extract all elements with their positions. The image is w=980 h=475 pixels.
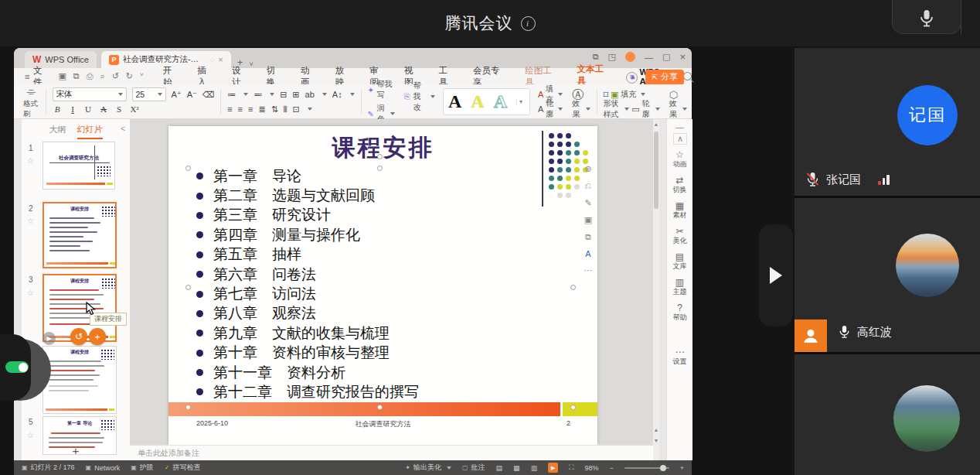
status-item[interactable]: ✓拼写检查 [165,463,201,473]
font-style-button[interactable]: X² [130,104,140,114]
align-center-icon[interactable]: ≡ [238,104,243,114]
tab-slides[interactable]: 幻灯片 [77,124,103,139]
star-icon[interactable]: ☆ [27,156,34,165]
font-size-select[interactable]: 25 [132,87,166,101]
attach-icon[interactable]: ⎌ [585,181,592,191]
canvas-scrollbar[interactable]: ▲ ▲ ▼ [653,119,659,460]
panel-collapse-icon[interactable]: < [121,125,125,133]
line-spacing-icon[interactable]: ⇅ [271,104,278,114]
rail-item-主题[interactable]: ▥主题 [667,278,692,296]
align-justify-icon[interactable]: ≣ [258,104,265,114]
slide-title[interactable]: 课程安排 [168,132,597,164]
font-name-select[interactable]: 宋体 [53,87,127,101]
star-icon[interactable]: ☆ [27,431,34,439]
participant-tile-1[interactable]: 记国 张记国 [795,48,980,196]
participant-tile-3[interactable] [795,354,980,475]
selection-handle[interactable] [185,166,191,171]
tab-outline[interactable]: 大纲 [49,124,66,139]
notes-bar[interactable]: 单击此处添加备注 [130,445,653,460]
widget-toggle[interactable] [5,361,29,373]
shape-outline-label[interactable]: 轮廓 [642,98,651,120]
status-beautify-button[interactable]: ✦ 输出美化 [405,463,451,473]
shape-effect-button[interactable]: 效果 [669,102,687,116]
zoom-slider-knob[interactable] [660,465,666,471]
scrollbar-thumb[interactable] [654,132,658,209]
smart-refresh-button[interactable]: ↺ [70,328,87,345]
font-style-button[interactable]: B [53,104,63,114]
view-read-icon[interactable]: ▥ [531,464,538,472]
undo-icon[interactable]: ↺ [112,71,119,81]
rail-item-动画[interactable]: ☆动画 [667,150,692,168]
rail-item-美化[interactable]: ✂美化 [667,227,692,244]
align-right-icon[interactable]: ≡ [248,104,253,114]
columns-icon[interactable]: ⫴ [284,104,288,114]
clear-format-icon[interactable]: ⌫ [202,90,215,100]
slide-thumb-2-selected[interactable]: 课程安排 [43,202,117,268]
copy-object-icon[interactable]: ⧉ [585,232,591,242]
panel-collapse-button[interactable] [759,224,793,326]
gallery-dropdown[interactable]: ▾ [516,98,525,105]
more-options-icon[interactable]: ⋯ [584,265,593,275]
status-comment-button[interactable]: ▢ 批注 [462,463,485,473]
selection-handle[interactable] [570,285,576,290]
increase-font-icon[interactable]: A⁺ [172,90,182,100]
scroll-up-icon[interactable]: ▲ [653,121,659,127]
rail-item-切换[interactable]: ⇄切换 [667,176,692,193]
text-direction-icon[interactable]: A↕ [332,90,342,99]
window-pin-icon[interactable]: ◳ [608,52,616,62]
prev-slide-icon[interactable]: ▲ [653,427,659,432]
selection-handle[interactable] [377,166,383,171]
shape-style-button[interactable]: 形状样式 ▭ 轮廓 [603,102,659,116]
window-layout-icon[interactable]: ⧉ [593,52,599,62]
ai-edit-button[interactable]: ⎘ 帮我改 [404,80,435,113]
text-outline-button[interactable]: A 轮廓 [538,102,563,116]
info-icon[interactable]: i [521,16,536,31]
zoom-in-button[interactable]: + [680,464,684,472]
star-icon[interactable]: ☆ [27,289,34,297]
cloud-sync-icon[interactable]: ↻ [626,72,638,84]
align-left-icon[interactable]: ≡ [227,104,232,114]
format-painter-button[interactable]: ⌯ 格式刷 [19,87,44,117]
font-style-button[interactable]: U [83,104,94,114]
search-icon[interactable] [683,72,692,80]
save-icon[interactable]: ▣ [58,71,66,81]
print-icon[interactable]: ⎙ [87,71,94,81]
meeting-mic-button[interactable] [892,0,961,34]
ai-write-button[interactable]: ✦ 帮我写 [367,79,394,101]
selection-handle[interactable] [185,285,191,290]
view-normal-icon[interactable]: ▤ [496,464,503,472]
rail-scroll-up-icon[interactable]: ∧ [673,133,687,145]
selection-handle[interactable] [570,405,576,410]
bullet-list-icon[interactable]: ≔ [227,90,236,100]
slide-thumb-4[interactable]: 课程安排 [43,346,117,414]
decrease-font-icon[interactable]: A⁻ [187,90,197,100]
export-icon[interactable]: ⧉ [73,71,80,81]
font-style-button[interactable]: I [68,104,78,114]
numbered-list-icon[interactable]: ≕ [254,90,262,100]
layout-icon[interactable]: ▣ [584,215,592,225]
slide-thumb-1[interactable]: 社会调查研究方法 [43,142,115,190]
rotate-object-icon[interactable]: ⊜ [584,164,591,174]
preview-play-button[interactable]: ▶ [43,332,56,345]
text-style-yellow[interactable]: A [471,91,484,112]
next-slide-icon[interactable]: ▼ [653,438,659,443]
smart-add-button[interactable]: ＋ [89,328,106,345]
preview-icon[interactable]: ⌕ [100,71,104,81]
window-minimize-button[interactable]: — [645,53,653,62]
account-avatar[interactable] [625,52,635,62]
status-item[interactable]: ▣护眼 [131,463,154,473]
font-style-button[interactable]: S [114,104,124,114]
redo-icon[interactable]: ↻ [126,71,133,81]
decrease-indent-icon[interactable]: ⊟ [280,90,287,100]
status-item[interactable]: ▣Network [86,464,121,472]
add-slide-button[interactable]: + [22,444,130,457]
text-style-gallery[interactable]: A A A ▾ [443,88,530,115]
rail-item-帮助[interactable]: ?帮助 [667,303,692,321]
window-maximize-button[interactable]: ▢ [662,52,670,62]
quick-access-dropdown[interactable]: ˅ [140,71,144,81]
text-effect-button[interactable]: 效果 [572,102,590,116]
rotate-handle[interactable] [377,154,383,159]
slide-bottom-bar-accent[interactable] [563,402,597,416]
font-style-button[interactable]: A [99,104,109,114]
rail-collapse-icon[interactable]: — [667,122,692,132]
